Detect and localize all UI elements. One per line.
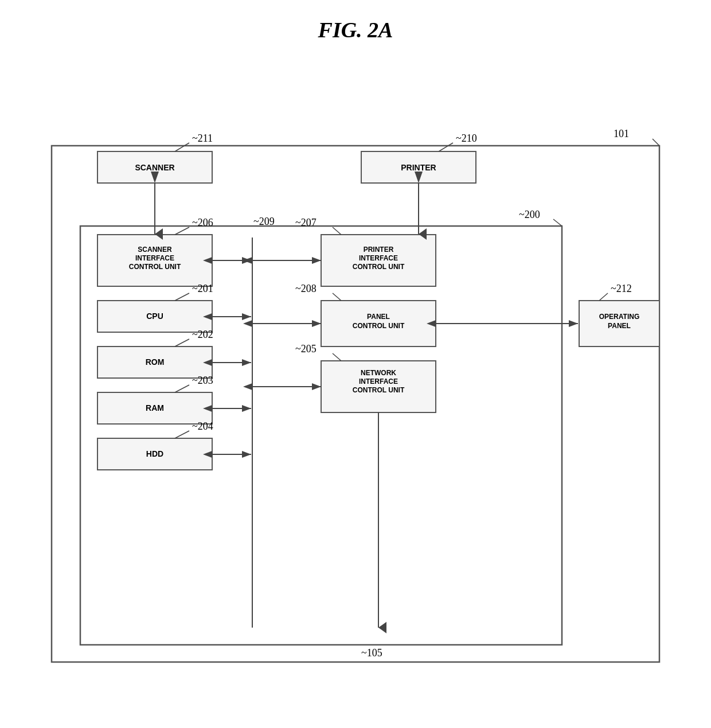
svg-text:RAM: RAM: [146, 403, 164, 412]
svg-text:~212: ~212: [611, 283, 632, 294]
svg-line-69: [333, 293, 341, 301]
svg-text:~205: ~205: [295, 343, 317, 355]
svg-rect-16: [321, 235, 436, 286]
svg-rect-15: [97, 438, 212, 470]
svg-line-52: [175, 143, 189, 151]
svg-rect-19: [579, 301, 659, 347]
svg-text:PRINTER: PRINTER: [364, 246, 394, 254]
svg-text:SCANNER: SCANNER: [138, 246, 172, 254]
svg-rect-14: [97, 392, 212, 424]
svg-text:~202: ~202: [192, 329, 213, 340]
svg-text:CONTROL UNIT: CONTROL UNIT: [353, 322, 405, 330]
svg-text:INTERFACE: INTERFACE: [359, 377, 398, 386]
svg-text:NETWORK: NETWORK: [361, 369, 396, 377]
svg-rect-10: [361, 151, 476, 183]
svg-rect-7: [52, 146, 659, 662]
svg-line-67: [333, 227, 341, 235]
svg-text:INTERFACE: INTERFACE: [359, 254, 398, 262]
svg-rect-18: [321, 361, 436, 412]
svg-rect-12: [97, 301, 212, 332]
page-container: FIG. 2A: [0, 0, 711, 728]
svg-rect-9: [97, 151, 212, 183]
svg-line-58: [175, 293, 189, 301]
svg-text:CONTROL UNIT: CONTROL UNIT: [353, 263, 405, 271]
svg-text:~105: ~105: [361, 647, 382, 659]
svg-line-71: [333, 353, 341, 361]
figure-title: FIG. 2A: [318, 17, 393, 42]
svg-line-62: [175, 385, 189, 392]
svg-text:PANEL: PANEL: [367, 313, 390, 321]
svg-line-54: [439, 143, 453, 151]
svg-rect-11: [97, 235, 212, 286]
svg-text:~200: ~200: [519, 209, 540, 220]
svg-text:~201: ~201: [192, 283, 213, 294]
svg-text:~209: ~209: [253, 216, 275, 227]
svg-rect-17: [321, 301, 436, 347]
svg-text:ROM: ROM: [146, 357, 165, 367]
svg-rect-13: [97, 347, 212, 378]
svg-rect-8: [80, 226, 562, 645]
svg-text:SCANNER: SCANNER: [135, 163, 174, 172]
svg-text:PRINTER: PRINTER: [401, 163, 436, 172]
svg-line-73: [599, 293, 608, 301]
svg-line-77: [653, 139, 659, 146]
svg-text:~204: ~204: [192, 421, 213, 432]
svg-text:CPU: CPU: [146, 312, 163, 321]
svg-text:INTERFACE: INTERFACE: [135, 254, 174, 262]
svg-text:~211: ~211: [192, 133, 213, 144]
svg-text:OPERATING: OPERATING: [599, 313, 639, 321]
svg-text:HDD: HDD: [146, 449, 163, 458]
svg-text:~210: ~210: [456, 133, 477, 144]
svg-line-60: [175, 339, 189, 347]
diagram-area: SCANNER PRINTER SCANNER INTERFACE CONTRO…: [40, 77, 671, 679]
svg-line-75: [553, 219, 562, 226]
svg-text:CONTROL UNIT: CONTROL UNIT: [353, 386, 405, 394]
svg-text:CONTROL UNIT: CONTROL UNIT: [129, 263, 181, 271]
svg-text:101: 101: [614, 128, 629, 139]
connections-svg: SCANNER PRINTER SCANNER INTERFACE CONTRO…: [40, 77, 671, 679]
svg-text:~203: ~203: [192, 375, 213, 386]
svg-text:~207: ~207: [295, 217, 317, 228]
svg-line-64: [175, 431, 189, 438]
svg-text:~206: ~206: [192, 217, 213, 228]
svg-text:PANEL: PANEL: [608, 322, 631, 330]
svg-line-56: [175, 227, 189, 235]
svg-text:~208: ~208: [295, 283, 317, 294]
